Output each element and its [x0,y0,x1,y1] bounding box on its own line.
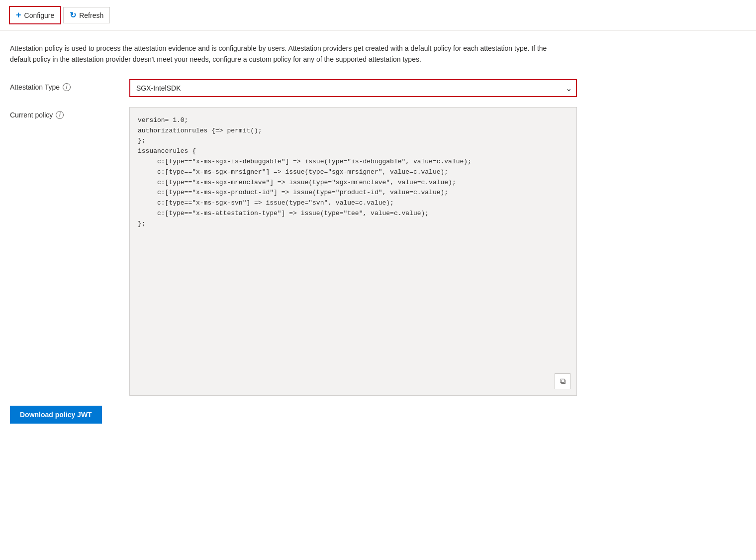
form-section: Attestation Type i SGX-IntelSDK SGX-Open… [10,79,746,396]
current-policy-row: Current policy i version= 1.0; authoriza… [10,107,746,396]
attestation-type-info-icon[interactable]: i [63,83,71,91]
current-policy-info-icon[interactable]: i [56,111,64,119]
download-policy-jwt-button[interactable]: Download policy JWT [10,406,102,424]
refresh-icon: ↻ [70,10,76,20]
refresh-label: Refresh [79,11,103,19]
configure-button[interactable]: + Configure [9,6,61,24]
copy-icon: ⧉ [560,377,566,386]
configure-label: Configure [24,11,55,19]
description-text: Attestation policy is used to process th… [10,43,557,65]
attestation-type-row: Attestation Type i SGX-IntelSDK SGX-Open… [10,79,746,97]
policy-content: version= 1.0; authorizationrules {=> per… [138,115,568,229]
attestation-type-select[interactable]: SGX-IntelSDK SGX-OpenEnclaveSDK TPM Open… [129,79,577,97]
attestation-type-select-wrapper: SGX-IntelSDK SGX-OpenEnclaveSDK TPM Open… [129,79,577,97]
copy-button[interactable]: ⧉ [555,373,570,389]
plus-icon: + [16,10,21,20]
current-policy-label: Current policy i [10,107,119,119]
policy-box: version= 1.0; authorizationrules {=> per… [129,107,577,396]
refresh-button[interactable]: ↻ Refresh [63,7,110,23]
attestation-type-control: SGX-IntelSDK SGX-OpenEnclaveSDK TPM Open… [129,79,577,97]
toolbar: + Configure ↻ Refresh [0,0,756,31]
main-content: Attestation policy is used to process th… [0,31,756,436]
attestation-type-label: Attestation Type i [10,79,119,91]
current-policy-control: version= 1.0; authorizationrules {=> per… [129,107,577,396]
